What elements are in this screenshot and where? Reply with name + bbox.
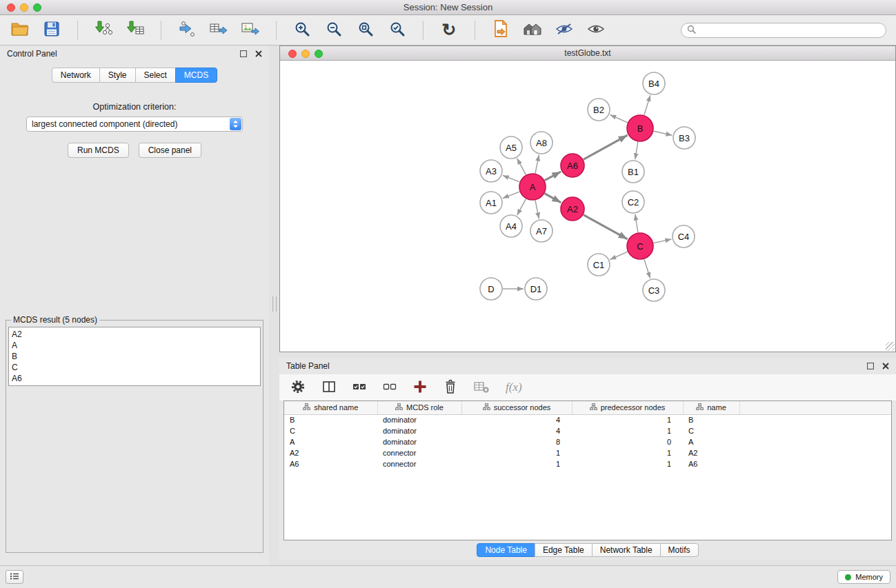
cell-successor-nodes[interactable]: 4 bbox=[461, 425, 572, 436]
graph-edge-A-A2[interactable] bbox=[545, 194, 561, 203]
table-row[interactable]: A6 connector 1 1 A6 bbox=[284, 458, 891, 469]
cell-shared-name[interactable]: A bbox=[284, 436, 377, 447]
import-table-button[interactable] bbox=[125, 20, 146, 41]
graph-edge-A-A6[interactable] bbox=[545, 172, 561, 181]
deselect-all-button[interactable] bbox=[383, 380, 397, 396]
result-item[interactable]: C bbox=[12, 362, 257, 373]
show-columns-button[interactable] bbox=[322, 380, 336, 396]
graph-edge-A-A1[interactable] bbox=[503, 192, 520, 198]
home-view-button[interactable] bbox=[522, 20, 543, 41]
zoom-out-button[interactable] bbox=[323, 20, 344, 41]
graph-edge-C-C1[interactable] bbox=[610, 252, 627, 259]
graph-edge-A6-B[interactable] bbox=[584, 135, 628, 159]
cell-mcds-role[interactable]: dominator bbox=[377, 436, 461, 447]
cell-predecessor-nodes[interactable]: 1 bbox=[572, 414, 683, 425]
show-details-button[interactable] bbox=[586, 20, 606, 41]
open-session-button[interactable] bbox=[10, 20, 30, 41]
cell-name[interactable]: B bbox=[683, 414, 739, 425]
export-table-button[interactable] bbox=[208, 20, 229, 41]
panel-splitter[interactable] bbox=[269, 45, 279, 565]
cell-successor-nodes[interactable]: 1 bbox=[461, 458, 572, 469]
column-header-successor-nodes[interactable]: successor nodes bbox=[461, 401, 572, 414]
tab-network[interactable]: Network bbox=[52, 68, 100, 83]
search-box[interactable] bbox=[681, 23, 886, 38]
cell-name[interactable]: A bbox=[683, 436, 739, 447]
tab-network-table[interactable]: Network Table bbox=[592, 543, 661, 557]
cell-shared-name[interactable]: A6 bbox=[284, 458, 377, 469]
zoom-selected-button[interactable] bbox=[387, 20, 408, 41]
minimize-window-button[interactable] bbox=[20, 3, 28, 12]
tab-edge-table[interactable]: Edge Table bbox=[535, 543, 593, 557]
select-all-button[interactable] bbox=[352, 380, 366, 396]
search-input[interactable] bbox=[699, 26, 880, 35]
add-column-button[interactable] bbox=[413, 380, 427, 396]
result-item[interactable]: A6 bbox=[12, 373, 257, 384]
table-settings-button[interactable] bbox=[290, 379, 306, 396]
export-image-button[interactable] bbox=[240, 20, 261, 41]
cell-mcds-role[interactable]: connector bbox=[377, 458, 461, 469]
cell-shared-name[interactable]: B bbox=[284, 414, 377, 425]
task-history-button[interactable] bbox=[6, 570, 23, 584]
memory-button[interactable]: Memory bbox=[837, 570, 890, 584]
table-row[interactable]: C dominator 4 1 C bbox=[284, 425, 891, 436]
graph-edge-A-A5[interactable] bbox=[517, 159, 526, 175]
float-panel-button[interactable] bbox=[240, 50, 247, 57]
graph-edge-C-C4[interactable] bbox=[654, 239, 672, 243]
delete-table-button[interactable] bbox=[474, 380, 489, 396]
close-window-button[interactable] bbox=[7, 3, 15, 12]
graph-edge-A2-C[interactable] bbox=[584, 215, 628, 239]
export-network-button[interactable] bbox=[177, 20, 197, 41]
table-row[interactable]: A dominator 8 0 A bbox=[284, 436, 891, 447]
cell-successor-nodes[interactable]: 1 bbox=[461, 447, 572, 458]
cell-mcds-role[interactable]: dominator bbox=[377, 425, 461, 436]
refresh-button[interactable]: ↻ bbox=[439, 20, 459, 41]
close-network-button[interactable] bbox=[288, 50, 297, 58]
function-builder-button[interactable]: f(x) bbox=[506, 381, 522, 394]
cell-shared-name[interactable]: A2 bbox=[284, 447, 377, 458]
cell-successor-nodes[interactable]: 4 bbox=[461, 414, 572, 425]
save-session-button[interactable] bbox=[41, 20, 62, 41]
graph-edge-A-A8[interactable] bbox=[535, 155, 539, 174]
network-graph[interactable]: B4B2BB3A5A8A6A3B1AA1C2A2A4A7CC4C1C3DD1 bbox=[280, 61, 895, 352]
column-header-predecessor-nodes[interactable]: predecessor nodes bbox=[572, 401, 683, 414]
tab-style[interactable]: Style bbox=[99, 68, 136, 83]
graph-edge-A-A7[interactable] bbox=[535, 201, 539, 219]
tab-select[interactable]: Select bbox=[135, 68, 176, 83]
cell-successor-nodes[interactable]: 8 bbox=[461, 436, 572, 447]
graph-edge-A-A4[interactable] bbox=[517, 199, 526, 216]
network-canvas[interactable]: B4B2BB3A5A8A6A3B1AA1C2A2A4A7CC4C1C3DD1 bbox=[280, 61, 895, 352]
graph-edge-B-B4[interactable] bbox=[644, 95, 650, 115]
run-mcds-button[interactable]: Run MCDS bbox=[68, 143, 129, 158]
network-document-button[interactable] bbox=[490, 20, 511, 41]
column-header-name[interactable]: name bbox=[683, 401, 739, 414]
result-item[interactable]: B bbox=[12, 351, 257, 362]
cell-mcds-role[interactable]: connector bbox=[377, 447, 461, 458]
zoom-in-button[interactable] bbox=[292, 20, 312, 41]
cell-mcds-role[interactable]: dominator bbox=[377, 414, 461, 425]
cell-name[interactable]: A2 bbox=[683, 447, 739, 458]
delete-column-button[interactable] bbox=[444, 379, 457, 396]
cell-shared-name[interactable]: C bbox=[284, 425, 377, 436]
close-panel-button[interactable] bbox=[255, 50, 262, 57]
hide-details-button[interactable] bbox=[554, 20, 575, 41]
zoom-network-button[interactable] bbox=[315, 50, 323, 58]
graph-edge-C-C2[interactable] bbox=[635, 214, 638, 232]
zoom-window-button[interactable] bbox=[33, 3, 41, 12]
result-item[interactable]: A2 bbox=[12, 329, 257, 340]
table-row[interactable]: B dominator 4 1 B bbox=[284, 414, 891, 425]
cell-predecessor-nodes[interactable]: 1 bbox=[572, 458, 683, 469]
column-header-shared-name[interactable]: shared name bbox=[284, 401, 377, 414]
optimization-dropdown[interactable]: largest connected component (directed) bbox=[26, 116, 243, 132]
float-table-panel-button[interactable] bbox=[867, 363, 874, 369]
result-item[interactable]: A bbox=[12, 340, 257, 351]
cell-predecessor-nodes[interactable]: 0 bbox=[572, 436, 683, 447]
zoom-fit-button[interactable] bbox=[355, 20, 376, 41]
graph-edge-B-B3[interactable] bbox=[654, 131, 673, 135]
close-table-panel-button[interactable] bbox=[882, 363, 889, 369]
tab-mcds[interactable]: MCDS bbox=[175, 68, 217, 83]
tab-motifs[interactable]: Motifs bbox=[660, 543, 699, 557]
cell-name[interactable]: C bbox=[683, 425, 739, 436]
tab-node-table[interactable]: Node Table bbox=[477, 543, 535, 557]
graph-edge-B-B1[interactable] bbox=[635, 142, 638, 159]
close-panel-action-button[interactable]: Close panel bbox=[139, 143, 201, 158]
